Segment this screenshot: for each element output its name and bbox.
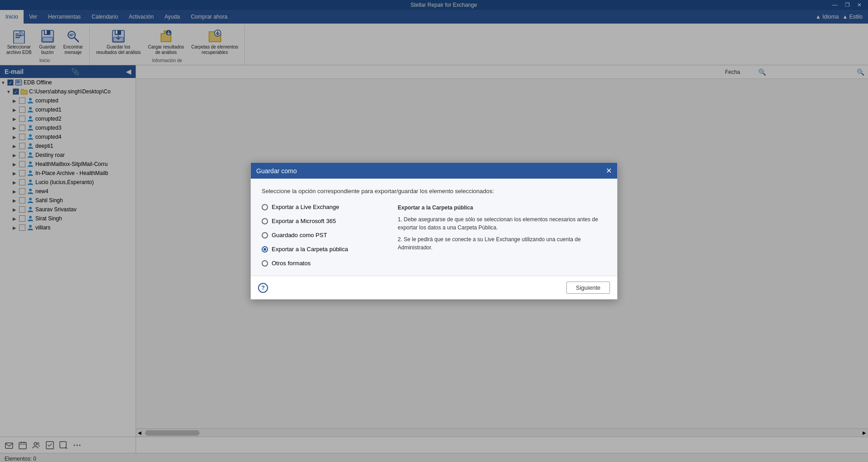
- modal-info-panel: Exportar a la Carpeta pública 1. Debe as…: [398, 204, 606, 267]
- option-guardado-pst[interactable]: Guardado como PST: [262, 232, 389, 238]
- modal-instruction: Seleccione la opción correspondiente par…: [262, 188, 606, 195]
- modal-close-button[interactable]: ✕: [606, 166, 612, 175]
- radio-carpeta-publica[interactable]: [262, 246, 268, 253]
- modal-right-title: Exportar a la Carpeta pública: [398, 204, 606, 212]
- modal-options-panel: Exportar a Live Exchange Exportar a Micr…: [262, 204, 389, 267]
- option-carpeta-publica[interactable]: Exportar a la Carpeta pública: [262, 246, 389, 253]
- radio-otros-formatos[interactable]: [262, 260, 268, 267]
- option-microsoft-365[interactable]: Exportar a Microsoft 365: [262, 218, 389, 224]
- option-guardado-pst-label: Guardado como PST: [272, 232, 327, 238]
- siguiente-button[interactable]: Siguiente: [566, 282, 610, 294]
- modal-content-split: Exportar a Live Exchange Exportar a Micr…: [262, 204, 606, 267]
- option-otros-formatos[interactable]: Otros formatos: [262, 260, 389, 267]
- option-live-exchange-label: Exportar a Live Exchange: [272, 204, 339, 210]
- radio-microsoft-365[interactable]: [262, 218, 268, 224]
- radio-guardado-pst[interactable]: [262, 232, 268, 238]
- option-otros-formatos-label: Otros formatos: [272, 260, 311, 267]
- modal-overlay: Guardar como ✕ Seleccione la opción corr…: [0, 0, 868, 462]
- option-microsoft-365-label: Exportar a Microsoft 365: [272, 218, 336, 224]
- modal-right-point-1: 1. Debe asegurarse de que sólo se selecc…: [398, 215, 606, 232]
- help-button[interactable]: ?: [258, 283, 268, 293]
- radio-live-exchange[interactable]: [262, 204, 268, 210]
- modal-title: Guardar como: [256, 167, 297, 175]
- option-carpeta-publica-label: Exportar a la Carpeta pública: [272, 246, 348, 253]
- modal-body: Seleccione la opción correspondiente par…: [251, 179, 617, 276]
- modal-footer: ? Siguiente: [251, 276, 617, 299]
- modal-right-point-2: 2. Se le pedirá que se conecte a su Live…: [398, 235, 606, 252]
- guardar-como-dialog: Guardar como ✕ Seleccione la opción corr…: [250, 162, 618, 300]
- option-live-exchange[interactable]: Exportar a Live Exchange: [262, 204, 389, 210]
- modal-header: Guardar como ✕: [251, 163, 617, 179]
